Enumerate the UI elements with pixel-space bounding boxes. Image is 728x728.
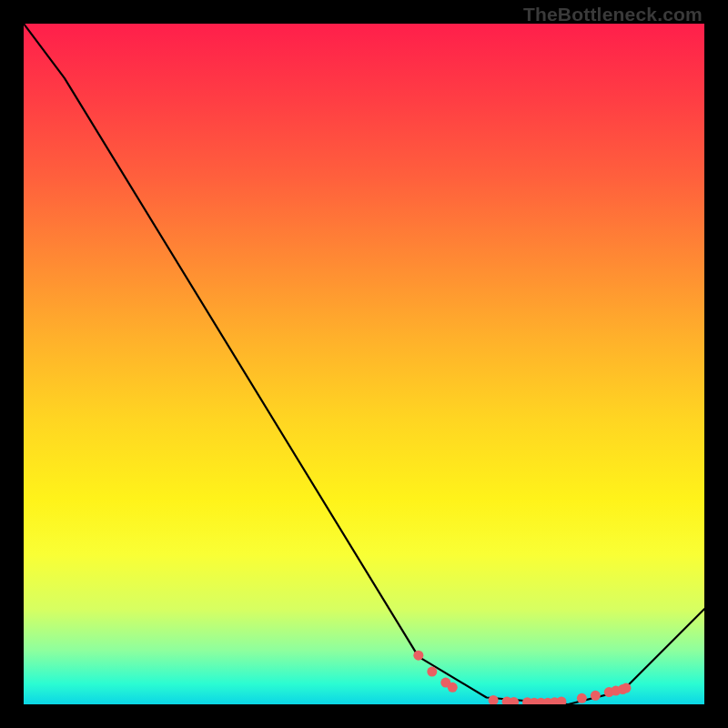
chart-marker: [448, 682, 458, 693]
plot-area: [24, 24, 704, 704]
chart-marker: [556, 697, 566, 704]
chart-svg: [24, 24, 704, 704]
watermark-text: TheBottleneck.com: [523, 4, 703, 25]
chart-marker: [427, 667, 437, 677]
chart-marker: [413, 651, 423, 661]
chart-marker: [577, 693, 587, 703]
chart-marker: [591, 691, 601, 701]
chart-markers: [413, 651, 631, 704]
chart-root: TheBottleneck.com: [0, 0, 728, 728]
chart-line: [24, 24, 704, 704]
chart-marker: [489, 695, 499, 704]
chart-marker: [621, 683, 631, 693]
